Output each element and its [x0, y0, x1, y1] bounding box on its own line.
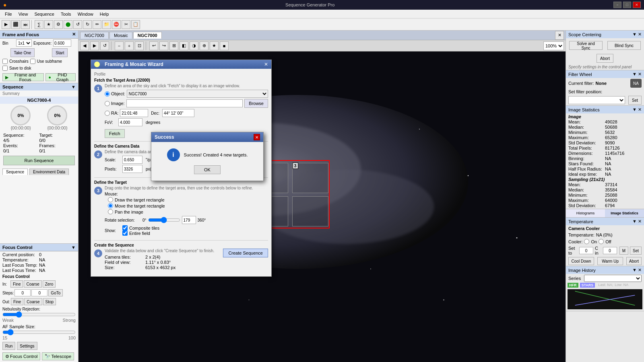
tab-ngc7000-1[interactable]: NGC7000 — [80, 32, 109, 39]
img-undo-btn[interactable]: ↩ — [149, 41, 158, 50]
steps-input-1[interactable] — [14, 289, 31, 296]
image-radio[interactable] — [105, 101, 110, 106]
exposure-input[interactable] — [53, 39, 71, 47]
ra-input[interactable] — [120, 109, 148, 117]
filter-position-select[interactable] — [568, 96, 625, 104]
bin-select[interactable]: 1x12x2 — [16, 39, 32, 47]
pixels-w-input[interactable] — [122, 165, 142, 173]
stop-button[interactable]: Stop — [43, 298, 56, 305]
browse-button[interactable]: Browse — [244, 99, 268, 108]
zoom-select[interactable]: 100%50%200% — [543, 41, 564, 50]
img-grid-btn[interactable]: ⊞ — [169, 41, 178, 50]
img-zoom-out-btn[interactable]: − — [115, 41, 124, 50]
img-back-btn[interactable]: ◀ — [80, 41, 89, 50]
tab-sequence[interactable]: Sequence — [2, 169, 28, 175]
menu-tools[interactable]: Tools — [58, 11, 74, 17]
toolbar-btn-sum[interactable]: ∑ — [35, 20, 43, 29]
toolbar-btn-stop[interactable]: ⛔ — [112, 20, 121, 29]
ff-panel-close[interactable]: ✕ — [72, 32, 76, 37]
maximize-button[interactable]: □ — [623, 2, 631, 8]
menu-help[interactable]: Help — [97, 11, 112, 17]
toolbar-btn-open[interactable]: 📁 — [102, 20, 111, 29]
img-fwd-btn[interactable]: ▶ — [90, 41, 99, 50]
toolbar-btn-2[interactable]: ⬛ — [11, 20, 20, 29]
history-expand[interactable]: ▼ ✕ — [632, 267, 642, 273]
dec-input[interactable] — [162, 109, 194, 117]
toolbar-btn-1[interactable]: ▶ — [2, 20, 10, 29]
fine-in-button[interactable]: Fine — [10, 280, 23, 288]
histograms-tab[interactable]: Histograms — [566, 209, 605, 217]
tab-mosaic[interactable]: Mosaic — [109, 32, 132, 39]
warm-up-button[interactable]: Warm Up — [597, 257, 623, 265]
c-in-input[interactable] — [603, 247, 617, 254]
frame-focus-link[interactable]: ▶ Frame and Focus — [2, 73, 44, 81]
toolbar-btn-gear[interactable]: ⚙ — [54, 20, 63, 29]
img-refresh-btn[interactable]: ↺ — [100, 41, 109, 50]
coarse-out-button[interactable]: Coarse — [24, 298, 42, 305]
draw-radio[interactable] — [108, 197, 113, 202]
fine-out-button[interactable]: Fine — [11, 298, 23, 305]
rotate-slider[interactable] — [148, 218, 180, 222]
sd-ok-button[interactable]: OK — [194, 165, 221, 174]
abort-temp-button[interactable]: Abort — [626, 257, 642, 265]
set-filter-button[interactable]: Set — [628, 96, 642, 105]
image-stats-tab[interactable]: Image Statistics — [605, 209, 644, 217]
scale-input[interactable] — [122, 156, 142, 164]
phd-graph-button[interactable]: ● PHD Graph — [45, 73, 76, 81]
focus-panel-expand[interactable]: ▼ — [71, 245, 76, 250]
set-temp-btn2[interactable]: Set — [630, 247, 642, 255]
toolbar-btn-copy[interactable]: 📋 — [131, 20, 140, 29]
cool-down-button[interactable]: Cool Down — [568, 257, 594, 265]
object-select[interactable]: NGC7000 — [127, 90, 268, 98]
create-sequence-button[interactable]: Create Sequence — [223, 249, 268, 257]
steps-input-2[interactable] — [31, 289, 47, 296]
fetch-button[interactable]: Fetch — [105, 129, 125, 138]
entire-field-checkbox[interactable] — [122, 230, 128, 236]
menu-window[interactable]: Window — [74, 11, 97, 17]
crosshairs-checkbox[interactable] — [2, 59, 8, 64]
menu-sequence[interactable]: Sequence — [31, 11, 58, 17]
solve-sync-button[interactable]: Solve and Sync — [569, 41, 603, 50]
take-one-button[interactable]: Take One — [10, 48, 35, 57]
close-button[interactable]: ✕ — [633, 2, 641, 8]
tab-ngc7000-2[interactable]: NGC7000 — [133, 32, 162, 39]
stats-expand[interactable]: ▼ ✕ — [632, 107, 642, 112]
cooler-on-radio[interactable] — [584, 239, 589, 244]
blind-sync-button[interactable]: Blind Sync — [607, 41, 641, 50]
scope-expand[interactable]: ▼ ✕ — [632, 32, 642, 37]
use-subframe-checkbox[interactable] — [30, 59, 35, 64]
move-radio[interactable] — [108, 203, 113, 208]
af-sample-slider[interactable] — [2, 330, 76, 335]
img-stop-btn[interactable]: ■ — [220, 41, 229, 50]
save-to-disk-checkbox[interactable] — [2, 66, 8, 71]
ra-radio[interactable] — [105, 111, 110, 116]
toolbar-btn-star[interactable]: ★ — [44, 20, 53, 29]
img-half-btn[interactable]: ◑ — [190, 41, 198, 50]
img-mono-btn[interactable]: ◧ — [180, 41, 188, 50]
tab-environment-data[interactable]: Environment Data — [29, 169, 69, 175]
scope-abort-button[interactable]: Abort — [597, 54, 613, 63]
composite-tiles-checkbox[interactable] — [122, 225, 128, 230]
goto-button[interactable]: GoTo — [48, 289, 63, 296]
tab-close-btn[interactable]: ✕ — [555, 31, 564, 40]
sd-close-button[interactable]: ✕ — [254, 134, 260, 140]
cooler-off-radio[interactable] — [599, 239, 604, 244]
fw-close-button[interactable]: ✕ — [264, 62, 268, 67]
seq-expand[interactable]: ▼ — [71, 84, 76, 89]
image-input[interactable] — [126, 99, 243, 107]
toolbar-btn-cut[interactable]: ✂ — [122, 20, 130, 29]
temp-expand[interactable]: ▼ ✕ — [632, 219, 642, 224]
filter-expand[interactable]: ▼ ✕ — [632, 72, 642, 77]
img-zoom-in-btn[interactable]: + — [125, 41, 134, 50]
fov-input[interactable] — [118, 118, 142, 126]
img-redo-btn[interactable]: ↪ — [159, 41, 168, 50]
zero-button[interactable]: Zero — [43, 280, 56, 288]
toolbar-btn-refresh2[interactable]: ↻ — [83, 20, 92, 29]
menu-view[interactable]: View — [15, 11, 31, 17]
focus-settings-button[interactable]: Settings — [17, 342, 37, 350]
toolbar-btn-edit[interactable]: ✏ — [93, 20, 101, 29]
telescope-link[interactable]: 🔭 Telescope — [42, 352, 74, 360]
img-cross-btn[interactable]: ⊕ — [200, 41, 208, 50]
img-star-btn[interactable]: ★ — [210, 41, 219, 50]
object-radio[interactable] — [105, 91, 110, 97]
